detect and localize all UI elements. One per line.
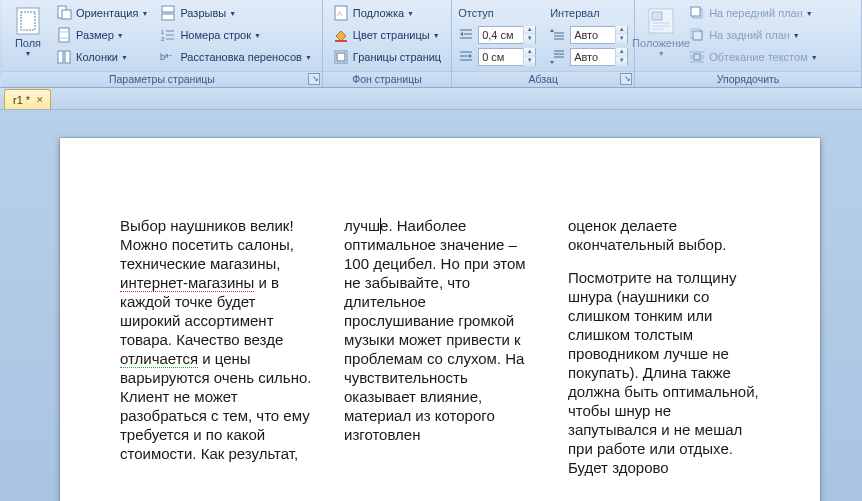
- chevron-down-icon: ▼: [658, 50, 665, 57]
- orientation-icon: [56, 5, 72, 21]
- page-border-icon: [333, 49, 349, 65]
- text-wrap-label: Обтекание текстом: [709, 51, 808, 63]
- watermark-label: Подложка: [353, 7, 404, 19]
- text-wrap-icon: [689, 49, 705, 65]
- chevron-down-icon: ▼: [254, 32, 261, 39]
- group-page-bg-label: Фон страницы: [323, 71, 451, 87]
- svg-rect-22: [693, 31, 702, 40]
- indent-header: Отступ: [458, 7, 494, 19]
- columns-icon: [56, 49, 72, 65]
- svg-text:2: 2: [161, 36, 165, 42]
- ribbon: Поля ▼ Ориентация ▼ Размер ▼ Колонки ▼: [0, 0, 862, 88]
- indent-left-icon: [458, 26, 474, 44]
- line-numbers-label: Номера строк: [180, 29, 251, 41]
- spin-up[interactable]: ▲: [524, 26, 535, 35]
- body-text: е. Наиболее оптимальное значение – 100 д…: [344, 217, 526, 443]
- spin-down[interactable]: ▼: [616, 57, 627, 66]
- bring-front-button[interactable]: На передний план ▼: [685, 2, 821, 24]
- watermark-icon: A: [333, 5, 349, 21]
- size-label: Размер: [76, 29, 114, 41]
- body-text: оценок делаете окончательный выбор.: [568, 216, 760, 254]
- columns-label: Колонки: [76, 51, 118, 63]
- close-icon[interactable]: ✕: [36, 95, 44, 105]
- orientation-label: Ориентация: [76, 7, 138, 19]
- chevron-down-icon: ▼: [229, 10, 236, 17]
- document-page[interactable]: Выбор наушников велик! Можно посетить са…: [60, 138, 820, 501]
- chevron-down-icon: ▼: [117, 32, 124, 39]
- margins-button[interactable]: Поля ▼: [6, 2, 50, 60]
- spacing-after-spinbox[interactable]: Авто ▲▼: [570, 48, 628, 66]
- margins-label: Поля: [15, 37, 41, 49]
- svg-rect-6: [65, 51, 70, 63]
- orientation-button[interactable]: Ориентация ▼: [52, 2, 152, 24]
- svg-rect-20: [691, 7, 700, 16]
- margins-icon: [12, 5, 44, 37]
- spacing-before-icon: [550, 26, 566, 44]
- body-text: Посмотрите на толщину шнура (наушники со…: [568, 268, 760, 477]
- line-numbers-button[interactable]: 12 Номера строк ▼: [156, 24, 315, 46]
- spin-up[interactable]: ▲: [524, 48, 535, 57]
- indent-right-value: 0 см: [479, 51, 523, 63]
- group-arrange-label: Упорядочить: [635, 71, 861, 87]
- grammar-underline: отличается: [120, 350, 198, 368]
- workspace: Выбор наушников велик! Можно посетить са…: [0, 110, 862, 501]
- page-color-button[interactable]: Цвет страницы ▼: [329, 24, 445, 46]
- send-back-label: На задний план: [709, 29, 790, 41]
- page-borders-button[interactable]: Границы страниц: [329, 46, 445, 68]
- line-numbers-icon: 12: [160, 27, 176, 43]
- chevron-down-icon: ▼: [806, 10, 813, 17]
- position-button[interactable]: Положение ▼: [639, 2, 683, 60]
- watermark-button[interactable]: A Подложка ▼: [329, 2, 445, 24]
- send-back-button[interactable]: На задний план ▼: [685, 24, 821, 46]
- document-tab-label: r1 *: [13, 94, 30, 106]
- indent-left-spinbox[interactable]: 0,4 см ▲▼: [478, 26, 536, 44]
- document-tab[interactable]: r1 * ✕: [4, 89, 51, 109]
- hyphenation-icon: bª⁻: [160, 49, 176, 65]
- body-text: лучш: [344, 217, 380, 234]
- indent-right-spinbox[interactable]: 0 см ▲▼: [478, 48, 536, 66]
- svg-rect-7: [162, 6, 174, 12]
- page-setup-launcher[interactable]: ↘: [308, 73, 320, 85]
- chevron-down-icon: ▼: [25, 50, 32, 57]
- spin-up[interactable]: ▲: [616, 26, 627, 35]
- svg-rect-4: [59, 28, 69, 42]
- bring-front-label: На передний план: [709, 7, 803, 19]
- page-borders-label: Границы страниц: [353, 51, 441, 63]
- size-button[interactable]: Размер ▼: [52, 24, 152, 46]
- svg-rect-18: [652, 12, 662, 20]
- spin-up[interactable]: ▲: [616, 48, 627, 57]
- position-label: Положение: [632, 37, 690, 49]
- svg-rect-5: [58, 51, 63, 63]
- text-wrap-button[interactable]: Обтекание текстом ▼: [685, 46, 821, 68]
- svg-text:1: 1: [161, 29, 165, 35]
- page-color-label: Цвет страницы: [353, 29, 430, 41]
- spin-down[interactable]: ▼: [524, 35, 535, 44]
- paragraph-launcher[interactable]: ↘: [620, 73, 632, 85]
- hyphenation-label: Расстановка переносов: [180, 51, 301, 63]
- hyphenation-button[interactable]: bª⁻ Расстановка переносов ▼: [156, 46, 315, 68]
- indent-right-icon: [458, 48, 474, 66]
- text-column-2: лучше. Наиболее оптимальное значение – 1…: [344, 216, 536, 491]
- spacing-after-icon: [550, 48, 566, 66]
- text-column-1: Выбор наушников велик! Можно посетить са…: [120, 216, 312, 491]
- svg-rect-3: [62, 10, 71, 19]
- spin-down[interactable]: ▼: [616, 35, 627, 44]
- spacing-before-value: Авто: [571, 29, 615, 41]
- spacing-before-spinbox[interactable]: Авто ▲▼: [570, 26, 628, 44]
- breaks-icon: [160, 5, 176, 21]
- svg-rect-23: [694, 54, 700, 60]
- columns-button[interactable]: Колонки ▼: [52, 46, 152, 68]
- group-paragraph: Отступ 0,4 см ▲▼ 0 см ▲▼ Инт: [452, 0, 635, 87]
- send-back-icon: [689, 27, 705, 43]
- chevron-down-icon: ▼: [407, 10, 414, 17]
- svg-text:bª⁻: bª⁻: [160, 52, 173, 62]
- chevron-down-icon: ▼: [433, 32, 440, 39]
- svg-rect-8: [162, 14, 174, 20]
- group-arrange: Положение ▼ На передний план ▼ На задний…: [635, 0, 862, 87]
- group-paragraph-label: Абзац: [452, 71, 634, 87]
- breaks-button[interactable]: Разрывы ▼: [156, 2, 315, 24]
- indent-left-value: 0,4 см: [479, 29, 523, 41]
- group-page-setup-label: Параметры страницы: [2, 71, 322, 87]
- position-icon: [645, 5, 677, 37]
- spin-down[interactable]: ▼: [524, 57, 535, 66]
